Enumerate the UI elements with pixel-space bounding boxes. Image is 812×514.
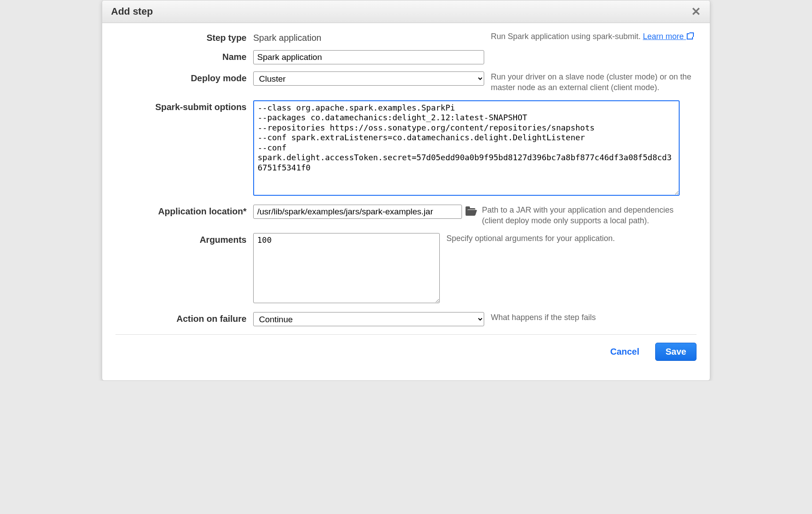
input-cell-name <box>253 50 484 64</box>
desc-action-on-failure: What happens if the step fails <box>484 312 697 323</box>
action-on-failure-select[interactable]: Continue <box>253 312 484 326</box>
label-deploy-mode: Deploy mode <box>115 71 253 83</box>
row-name: Name <box>115 47 697 68</box>
app-location-input[interactable] <box>253 205 462 219</box>
external-link-icon <box>687 33 693 40</box>
input-cell-action: Continue <box>253 312 484 326</box>
arguments-textarea[interactable] <box>253 233 440 303</box>
row-deploy-mode: Deploy mode Cluster Run your driver on a… <box>115 68 697 97</box>
modal-title: Add step <box>111 6 153 17</box>
input-cell-app-location <box>253 205 475 219</box>
label-action-on-failure: Action on failure <box>115 312 253 324</box>
desc-deploy-mode: Run your driver on a slave node (cluster… <box>484 71 697 93</box>
spark-submit-textarea[interactable] <box>253 100 680 196</box>
save-button[interactable]: Save <box>655 343 697 361</box>
label-name: Name <box>115 50 253 62</box>
row-step-type: Step type Spark application Run Spark ap… <box>115 28 697 47</box>
learn-more-link[interactable]: Learn more <box>643 32 693 41</box>
row-spark-submit: Spark-submit options <box>115 97 697 201</box>
input-cell-arguments <box>253 233 440 305</box>
add-step-modal: Add step ✕ Step type Spark application R… <box>102 0 710 381</box>
desc-arguments: Specify optional arguments for your appl… <box>440 233 697 244</box>
label-step-type: Step type <box>115 31 253 43</box>
label-arguments: Arguments <box>115 233 253 245</box>
label-app-location: Application location* <box>115 205 253 217</box>
modal-header: Add step ✕ <box>102 0 710 23</box>
modal-footer: Cancel Save <box>115 334 697 372</box>
desc-step-type: Run Spark application using spark-submit… <box>484 31 697 42</box>
desc-step-type-text: Run Spark application using spark-submit… <box>491 32 643 41</box>
row-app-location: Application location* Path to a JAR with… <box>115 201 697 230</box>
modal-body: Step type Spark application Run Spark ap… <box>102 23 710 380</box>
row-action-on-failure: Action on failure Continue What happens … <box>115 308 697 330</box>
deploy-mode-select[interactable]: Cluster <box>253 71 484 86</box>
close-icon[interactable]: ✕ <box>691 6 701 17</box>
step-type-value: Spark application <box>253 31 484 43</box>
label-spark-submit: Spark-submit options <box>115 100 253 112</box>
value-cell-step-type: Spark application <box>253 31 484 43</box>
input-cell-spark-submit <box>253 100 680 198</box>
name-input[interactable] <box>253 50 484 64</box>
input-cell-deploy: Cluster <box>253 71 484 86</box>
cancel-button[interactable]: Cancel <box>610 347 640 357</box>
row-arguments: Arguments Specify optional arguments for… <box>115 229 697 308</box>
learn-more-text: Learn more <box>643 32 684 41</box>
folder-open-icon[interactable] <box>466 208 475 215</box>
desc-app-location: Path to a JAR with your application and … <box>475 205 697 226</box>
